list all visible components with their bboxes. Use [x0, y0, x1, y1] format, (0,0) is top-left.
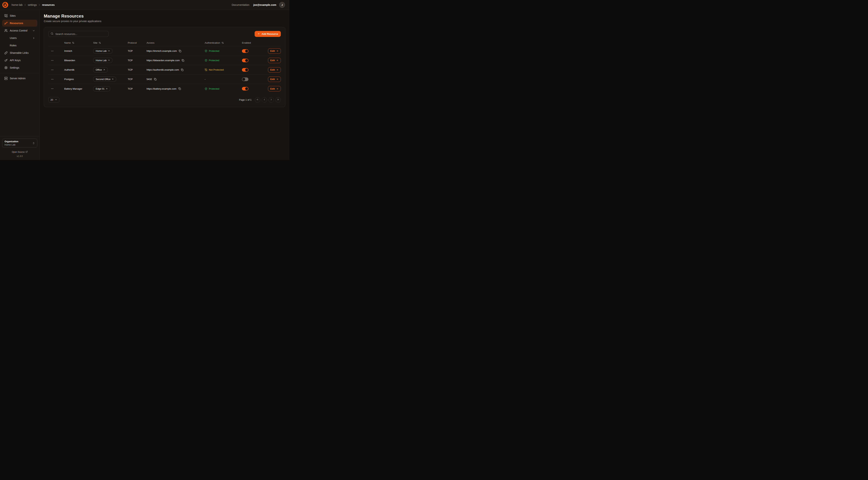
column-label: Access	[147, 41, 155, 44]
access-value: https://immich.example.com	[147, 50, 177, 52]
enabled-toggle[interactable]	[242, 49, 248, 53]
copy-icon[interactable]	[181, 68, 184, 71]
column-header-authentication[interactable]: Authentication	[205, 41, 242, 44]
sidebar-item-server-admin[interactable]: Server Admin	[2, 75, 37, 82]
ellipsis-icon	[51, 50, 54, 53]
organization-value: Home Lab	[4, 143, 32, 146]
site-badge[interactable]: Edge 01	[93, 86, 110, 91]
auth-label: Protected	[209, 59, 219, 62]
chevron-left-icon	[263, 98, 266, 101]
column-label: Authentication	[205, 41, 220, 44]
site-badge[interactable]: Home Lab	[93, 48, 112, 54]
add-resource-button[interactable]: Add Resource	[255, 31, 281, 37]
auth-status: Protected	[205, 87, 219, 90]
sidebar-item-users[interactable]: Users	[2, 35, 37, 41]
copy-icon[interactable]	[178, 50, 182, 53]
sidebar-item-label: Access Control	[10, 29, 28, 32]
breadcrumb-org[interactable]: home-lab	[11, 3, 23, 6]
sidebar-item-sites[interactable]: Sites	[2, 12, 37, 19]
table-row-battery-manager: Battery ManagerEdge 01TCPhttps://battery…	[48, 84, 281, 93]
chevrons-right-icon	[277, 98, 279, 101]
arrow-right-icon	[276, 69, 278, 71]
user-email[interactable]: joe@example.com	[253, 3, 276, 6]
open-source-link[interactable]: Open Source	[12, 151, 28, 153]
enabled-toggle[interactable]	[242, 59, 248, 62]
arrow-up-right-icon	[106, 88, 108, 90]
previous-page-button[interactable]	[262, 97, 267, 102]
sidebar: SitesResourcesAccess ControlUsersRolesSh…	[0, 10, 40, 160]
access-value: 5432	[147, 78, 152, 81]
column-header-name[interactable]: Name	[64, 41, 93, 44]
column-label: Name	[64, 41, 71, 44]
sidebar-item-label: Roles	[10, 44, 17, 47]
auth-status: Protected	[205, 59, 219, 62]
sidebar-item-access-control[interactable]: Access Control	[2, 27, 37, 34]
key-icon	[4, 59, 8, 62]
external-link-icon	[26, 151, 28, 153]
copy-icon[interactable]	[154, 78, 157, 81]
edit-button[interactable]: Edit	[268, 86, 281, 91]
next-page-button[interactable]	[269, 97, 274, 102]
row-menu-button[interactable]	[48, 78, 55, 81]
page-info: Page 1 of 1	[239, 98, 251, 101]
row-menu-button[interactable]	[48, 49, 55, 53]
sort-icon	[99, 41, 101, 44]
page-subtitle: Create secure proxies to your private ap…	[44, 20, 285, 23]
sidebar-item-roles[interactable]: Roles	[2, 42, 37, 49]
sidebar-item-shareable-links[interactable]: Shareable Links	[2, 50, 37, 56]
edit-label: Edit	[270, 87, 275, 90]
row-menu-button[interactable]	[48, 68, 55, 72]
site-name: Home Lab	[96, 59, 106, 62]
resources-card: Add Resource NameSiteProtocolAccessAuthe…	[44, 27, 285, 107]
documentation-link[interactable]: Documentation	[232, 3, 250, 6]
edit-button[interactable]: Edit	[268, 48, 281, 54]
organization-selector[interactable]: Organization Home Lab	[2, 139, 37, 148]
sidebar-item-resources[interactable]: Resources	[2, 20, 37, 27]
sidebar-item-label: Shareable Links	[10, 51, 29, 54]
toggle-knob	[245, 50, 248, 53]
edit-label: Edit	[270, 78, 275, 81]
auth-label: Protected	[209, 87, 219, 90]
breadcrumb-settings[interactable]: settings	[28, 3, 37, 6]
first-page-button[interactable]	[255, 97, 260, 102]
access-value: https://battery.example.com	[147, 87, 177, 90]
arrow-right-icon	[276, 88, 278, 90]
users-icon	[4, 29, 8, 32]
site-badge[interactable]: Second Office	[93, 77, 116, 82]
resource-name: Immich	[64, 50, 93, 52]
column-header-protocol: Protocol	[128, 41, 147, 44]
user-avatar[interactable]: J	[279, 2, 285, 8]
search-input[interactable]	[55, 32, 106, 36]
table-row-authentik: AuthentikOfficeTCPhttps://authentik.exam…	[48, 65, 281, 74]
edit-label: Edit	[270, 68, 275, 71]
version-label: v1.3.0	[2, 155, 37, 157]
enabled-toggle[interactable]	[242, 87, 248, 90]
site-badge[interactable]: Office	[93, 67, 108, 72]
column-label: Site	[93, 41, 97, 44]
sidebar-item-label: Users	[10, 36, 17, 39]
column-header-site[interactable]: Site	[93, 41, 128, 44]
row-menu-button[interactable]	[48, 59, 55, 62]
plus-icon	[257, 32, 260, 36]
enabled-toggle[interactable]	[242, 68, 248, 72]
row-menu-button[interactable]	[48, 87, 55, 90]
edit-button[interactable]: Edit	[268, 67, 281, 72]
arrow-up-right-icon	[108, 59, 110, 61]
sidebar-item-settings[interactable]: Settings	[2, 64, 37, 71]
last-page-button[interactable]	[275, 97, 281, 102]
site-badge[interactable]: Home Lab	[93, 58, 112, 63]
column-label: Enabled	[242, 41, 251, 44]
resources-table: NameSiteProtocolAccessAuthenticationEnab…	[48, 39, 281, 93]
edit-button[interactable]: Edit	[268, 58, 281, 63]
enabled-toggle[interactable]	[242, 78, 248, 81]
page-size-select[interactable]: 20	[48, 97, 59, 102]
copy-icon[interactable]	[181, 59, 185, 62]
copy-icon[interactable]	[178, 87, 181, 90]
arrow-up-right-icon	[103, 69, 105, 71]
access-value: https://bitwarden.example.com	[147, 59, 180, 62]
sidebar-item-api-keys[interactable]: API Keys	[2, 57, 37, 64]
breadcrumb: home-lab settings resources	[11, 3, 55, 6]
ellipsis-icon	[51, 78, 54, 81]
edit-button[interactable]: Edit	[268, 77, 281, 82]
chevron-down-icon	[32, 29, 35, 32]
